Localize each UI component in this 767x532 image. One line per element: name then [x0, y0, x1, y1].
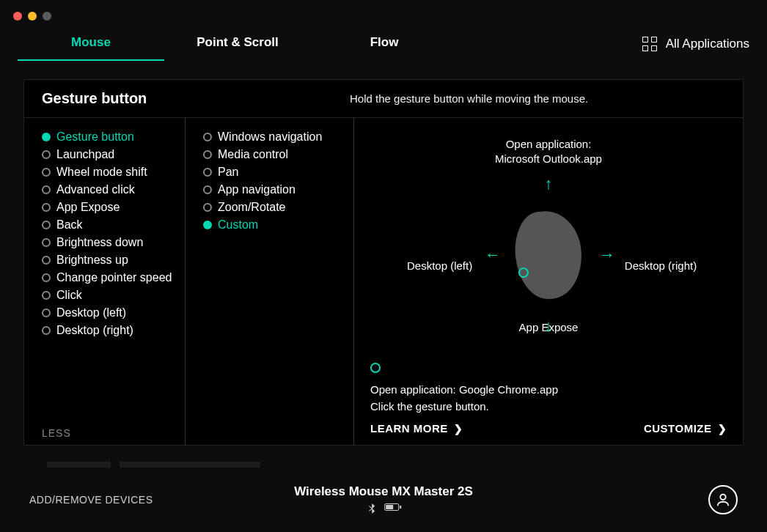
arrow-right-icon: →: [599, 245, 615, 265]
radio-icon: [203, 133, 212, 141]
gesture-instruction-text: Click the gesture button.: [370, 399, 727, 415]
option-label: App Expose: [56, 201, 120, 214]
radio-icon: [203, 221, 212, 229]
battery-icon: [384, 503, 399, 511]
option-label: Custom: [218, 218, 258, 232]
less-toggle[interactable]: LESS: [42, 427, 71, 439]
option-item[interactable]: Custom: [203, 216, 346, 234]
apps-grid-icon: [642, 37, 657, 51]
minimize-window-button[interactable]: [28, 12, 37, 21]
window-traffic-lights[interactable]: [13, 12, 51, 21]
radio-icon: [42, 256, 51, 265]
option-label: Gesture button: [56, 130, 134, 144]
tab-mouse[interactable]: Mouse: [18, 35, 164, 60]
option-item[interactable]: Advanced click: [42, 181, 177, 199]
option-label: Brightness up: [56, 254, 128, 267]
option-item[interactable]: Brightness down: [42, 234, 177, 251]
panel-hint: Hold the gesture button while moving the…: [350, 92, 588, 105]
action-list-secondary: Windows navigationMedia controlPanApp na…: [186, 118, 354, 445]
radio-icon: [42, 291, 51, 300]
panel-header: Gesture button Hold the gesture button w…: [24, 80, 743, 118]
action-list-primary: Gesture buttonLaunchpadWheel mode shiftA…: [24, 118, 186, 445]
option-item[interactable]: Gesture button: [42, 128, 177, 146]
gesture-footer-dot-icon: [370, 363, 381, 373]
option-item[interactable]: App Expose: [42, 199, 177, 216]
svg-point-0: [720, 495, 725, 500]
option-label: Desktop (left): [56, 306, 126, 319]
option-label: Change pointer speed: [56, 271, 172, 284]
user-icon: [715, 492, 731, 508]
option-label: Windows navigation: [218, 130, 322, 144]
tab-point-and-scroll[interactable]: Point & Scroll: [164, 35, 311, 60]
panel-title: Gesture button: [42, 90, 350, 107]
option-label: Wheel mode shift: [56, 166, 147, 179]
learn-more-link[interactable]: LEARN MORE ❯: [370, 422, 463, 435]
gesture-left-label: Desktop (left): [407, 259, 525, 271]
gesture-preview-panel: Open application: Microsoft Outlook.app …: [354, 118, 743, 445]
arrow-up-icon: ↑: [545, 174, 553, 193]
device-name: Wireless Mouse MX Master 2S: [294, 484, 473, 499]
main-panel: Gesture button Hold the gesture button w…: [23, 79, 744, 446]
radio-icon: [42, 203, 51, 212]
radio-icon: [42, 133, 51, 141]
gesture-up-label: Open application: Microsoft Outlook.app: [495, 137, 602, 167]
option-item[interactable]: Pan: [203, 163, 346, 181]
all-applications-label: All Applications: [666, 37, 749, 51]
option-item[interactable]: Desktop (left): [42, 304, 177, 322]
radio-icon: [203, 203, 212, 212]
all-applications-button[interactable]: All Applications: [642, 37, 749, 59]
radio-icon: [42, 273, 51, 282]
radio-icon: [42, 238, 51, 247]
chevron-right-icon: ❯: [718, 423, 727, 435]
option-label: App navigation: [218, 183, 296, 196]
gesture-button-dot-icon: [518, 267, 529, 278]
top-tab-bar: Mouse Point & Scroll Flow All Applicatio…: [0, 0, 767, 66]
gesture-assigned-text: Open application: Google Chrome.app: [370, 382, 727, 399]
arrow-down-icon: ↓: [545, 317, 553, 336]
mouse-illustration: [512, 209, 585, 302]
option-item[interactable]: Back: [42, 216, 177, 234]
option-item[interactable]: Media control: [203, 146, 346, 163]
option-item[interactable]: Brightness up: [42, 251, 177, 269]
option-label: Launchpad: [56, 148, 114, 161]
option-item[interactable]: Zoom/Rotate: [203, 199, 346, 216]
radio-icon: [203, 185, 212, 194]
customize-link[interactable]: CUSTOMIZE ❯: [644, 422, 727, 435]
option-label: Click: [56, 289, 82, 302]
option-label: Media control: [218, 148, 288, 161]
option-item[interactable]: Change pointer speed: [42, 269, 177, 287]
option-label: Brightness down: [56, 236, 143, 249]
option-item[interactable]: Desktop (right): [42, 322, 177, 339]
option-item[interactable]: Wheel mode shift: [42, 163, 177, 181]
radio-icon: [42, 309, 51, 317]
option-label: Back: [56, 218, 83, 232]
radio-icon: [42, 150, 51, 159]
option-label: Advanced click: [56, 183, 135, 196]
radio-icon: [42, 185, 51, 194]
option-item[interactable]: Launchpad: [42, 146, 177, 163]
option-label: Pan: [218, 166, 238, 179]
option-label: Desktop (right): [56, 324, 133, 337]
option-item[interactable]: Windows navigation: [203, 128, 346, 146]
option-label: Zoom/Rotate: [218, 201, 285, 214]
maximize-window-button[interactable]: [43, 12, 51, 21]
radio-icon: [42, 168, 51, 177]
option-item[interactable]: App navigation: [203, 181, 346, 199]
radio-icon: [42, 326, 51, 335]
radio-icon: [203, 150, 212, 159]
bluetooth-icon: [368, 503, 375, 516]
tab-flow[interactable]: Flow: [311, 35, 458, 60]
arrow-left-icon: ←: [485, 245, 501, 265]
add-remove-devices-button[interactable]: ADD/REMOVE DEVICES: [29, 494, 153, 506]
footer-bar: ADD/REMOVE DEVICES Wireless Mouse MX Mas…: [0, 468, 767, 532]
close-window-button[interactable]: [13, 12, 22, 21]
radio-icon: [42, 221, 51, 229]
profile-button[interactable]: [708, 485, 738, 514]
option-item[interactable]: Click: [42, 287, 177, 304]
gesture-right-label: Desktop (right): [572, 259, 697, 271]
radio-icon: [203, 168, 212, 177]
chevron-right-icon: ❯: [454, 423, 463, 435]
